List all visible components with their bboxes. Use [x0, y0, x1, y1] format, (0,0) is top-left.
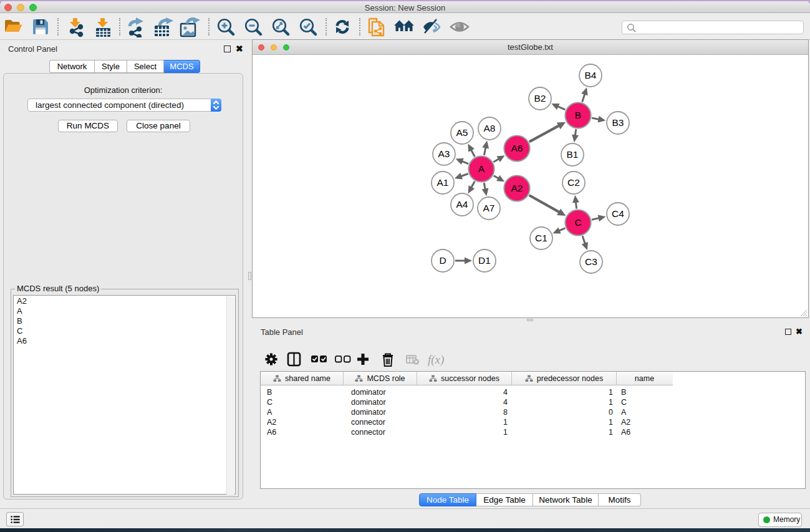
svg-text:A: A — [478, 163, 485, 174]
svg-text:f(x): f(x) — [428, 353, 444, 367]
svg-text:D: D — [439, 255, 446, 266]
svg-text:A2: A2 — [511, 183, 523, 193]
svg-text:A8: A8 — [484, 123, 496, 133]
svg-text:A6: A6 — [511, 143, 523, 153]
svg-text:C4: C4 — [612, 208, 624, 219]
svg-text:B3: B3 — [612, 117, 624, 128]
svg-text:C3: C3 — [585, 256, 597, 267]
svg-text:D1: D1 — [478, 255, 491, 266]
svg-text:C2: C2 — [567, 177, 580, 188]
svg-text:A4: A4 — [456, 199, 468, 210]
svg-text:A3: A3 — [438, 148, 450, 159]
svg-text:C1: C1 — [535, 233, 547, 243]
svg-text:B: B — [575, 110, 581, 120]
svg-text:B1: B1 — [567, 149, 579, 160]
svg-text:A5: A5 — [456, 127, 468, 138]
svg-text:A7: A7 — [483, 203, 495, 213]
svg-text:B2: B2 — [534, 93, 546, 104]
svg-text:A1: A1 — [437, 177, 449, 188]
svg-text:C: C — [574, 217, 581, 228]
svg-text:B4: B4 — [585, 70, 597, 80]
